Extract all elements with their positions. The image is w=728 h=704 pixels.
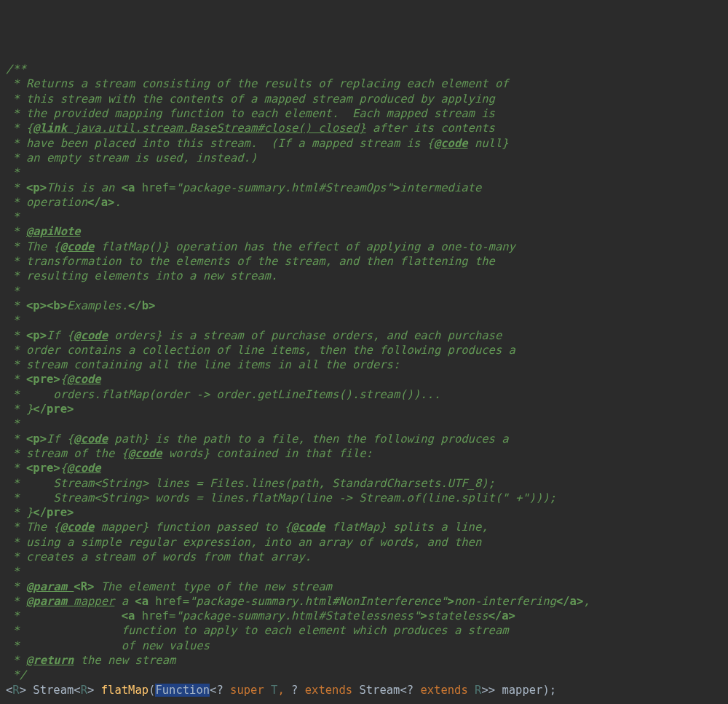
code-editor[interactable]: /** * Returns a stream consisting of the… [6,62,722,697]
selected-text: Function [155,684,210,697]
javadoc-return-tag: @return [26,654,74,667]
doc-line: * [6,417,20,430]
javadoc-param-tag: @param [26,580,74,593]
doc-line: * <pre>{@code [6,373,101,386]
doc-line: * {@link java.util.stream.BaseStream#clo… [6,122,495,135]
doc-line: * [6,210,20,224]
doc-line: * order contains a collection of line it… [6,344,515,357]
method-signature: <R> Stream<R> flatMap(Function<? super T… [6,684,556,697]
doc-line: /** [6,63,26,76]
doc-line: * <a href="package-summary.html#Stateles… [6,609,515,622]
doc-line: * <pre>{@code [6,462,101,475]
doc-line: * <p>This is an <a href="package-summary… [6,181,481,194]
doc-line: * [6,314,20,327]
doc-line: * stream of the {@code words} contained … [6,447,373,460]
doc-line: * this stream with the contents of a map… [6,92,495,106]
doc-line: * [6,285,20,298]
doc-line: * Returns a stream consisting of the res… [6,77,509,90]
doc-line: * @return the new stream [6,654,175,667]
doc-line: * @apiNote [6,225,81,238]
javadoc-link-tag: @link [33,122,67,135]
doc-line: * the provided mapping function to each … [6,107,495,120]
doc-line: * transformation to the elements of the … [6,255,495,268]
doc-line: * <p>If {@code orders} is a stream of pu… [6,329,502,342]
doc-line: * using a simple regular expression, int… [6,536,481,549]
doc-line: * }</pre> [6,506,74,519]
doc-line: * [6,565,20,578]
doc-line: * @param <R> The element type of the new… [6,580,332,593]
doc-line: */ [6,668,26,681]
doc-line: * function to apply to each element whic… [6,624,509,637]
doc-line: * operation</a>. [6,196,122,209]
doc-line: * }</pre> [6,403,74,416]
doc-line: * Stream<String> words = lines.flatMap(l… [6,491,556,505]
doc-line: * @param mapper a <a href="package-summa… [6,595,590,608]
doc-line: * Stream<String> lines = Files.lines(pat… [6,477,495,490]
doc-line: * <p>If {@code path} is the path to a fi… [6,432,509,446]
doc-line: * stream containing all the line items i… [6,358,400,371]
doc-line: * <p><b>Examples.</b> [6,299,155,312]
javadoc-code-tag: @code [434,137,468,150]
doc-line: * resulting elements into a new stream. [6,269,277,282]
method-name: flatMap [101,684,149,697]
javadoc-apinote-tag: @apiNote [26,225,81,238]
doc-line: * orders.flatMap(order -> order.getLineI… [6,388,440,401]
doc-line: * an empty stream is used, instead.) [6,151,257,165]
doc-line: * have been placed into this stream. (If… [6,137,509,150]
javadoc-param-tag: @param [26,595,74,608]
doc-line: * The {@code flatMap()} operation has th… [6,240,515,253]
doc-line: * of new values [6,639,210,652]
doc-line: * [6,166,20,179]
doc-line: * The {@code mapper} function passed to … [6,521,488,534]
doc-line: * creates a stream of words from that ar… [6,550,312,563]
